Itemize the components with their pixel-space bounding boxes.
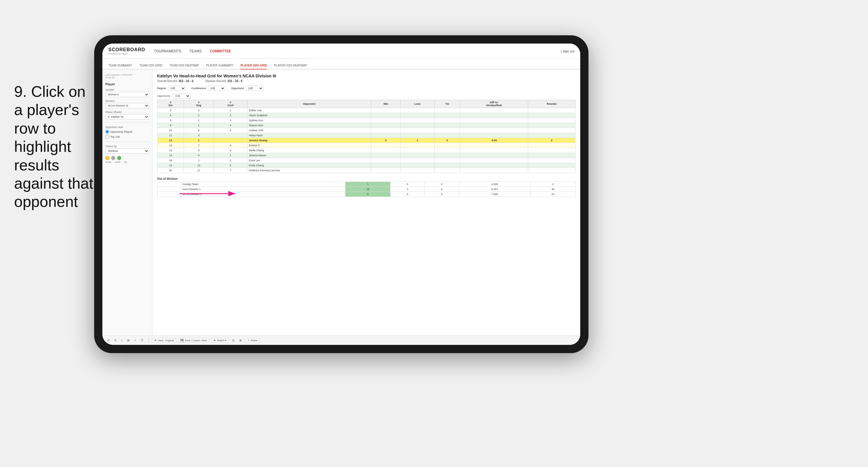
table-row[interactable]: 19106Emily Chang [157, 163, 576, 168]
sub-nav-team-summary[interactable]: TEAM SUMMARY [108, 62, 132, 69]
table-cell [435, 163, 460, 168]
table-cell [435, 113, 460, 118]
back-btn[interactable]: ⟨ [120, 338, 124, 343]
table-cell: Federica Domecq Lacroze [247, 168, 371, 173]
table-cell [460, 163, 528, 168]
table-cell: 15 [157, 148, 184, 153]
sidebar-radio-top100[interactable]: Top 100 [105, 135, 149, 138]
table-cell: 0 [391, 182, 425, 187]
logo: SCOREBOARD Powered by clippd [108, 47, 145, 55]
table-cell: Jessica Mason [247, 153, 371, 158]
table-cell [528, 123, 575, 128]
sidebar-division-select[interactable]: NCAA Division III [105, 103, 149, 108]
table-cell [460, 158, 528, 163]
sidebar-colour-by-label: Colour by [105, 145, 149, 148]
table-cell: 0 [435, 138, 460, 143]
watch-btn[interactable]: 👁 Watch ▾ [211, 338, 228, 343]
table-cell [460, 123, 528, 128]
nav-committee[interactable]: COMMITTEE [210, 48, 231, 55]
table-cell [400, 123, 435, 128]
table-cell [400, 128, 435, 133]
table-row[interactable]: 1585Stella Chang [157, 148, 576, 153]
layout-btn[interactable]: ⊞ [238, 338, 243, 343]
table-row[interactable]: 1822Euna Lee [157, 158, 576, 163]
table-cell [371, 113, 400, 118]
add-btn[interactable]: + [133, 338, 137, 343]
opponents-filter-select[interactable]: (All) [173, 93, 190, 99]
table-cell [460, 153, 528, 158]
table-row[interactable]: NAIA Division 115009.26730 [157, 187, 576, 192]
top-nav: SCOREBOARD Powered by clippd TOURNAMENTS… [102, 43, 580, 59]
out-of-division-table: Foreign Team1004.5002NAIA Division 11500… [157, 182, 576, 197]
region-select[interactable]: (All) [168, 86, 186, 91]
table-row[interactable]: 914Sharon Mun [157, 123, 576, 128]
table-row[interactable]: 351Esther Lee [157, 108, 576, 113]
time-btn[interactable]: ⏱ [140, 338, 145, 343]
zoom-btn[interactable]: ⊡ [231, 338, 236, 343]
table-cell: 6 [157, 118, 184, 123]
table-row[interactable]: NCAA Division 25007.40010 [157, 192, 576, 197]
table-cell: 1 [214, 153, 247, 158]
undo-btn[interactable]: ↺ [106, 338, 111, 343]
table-cell [400, 153, 435, 158]
share-btn[interactable]: ↗ Share [245, 338, 259, 343]
save-custom-view-btn[interactable]: 💾 Save Custom View [178, 338, 209, 343]
table-cell [528, 113, 575, 118]
table-row[interactable]: 113Haejo Hyun [157, 133, 576, 138]
watch-icon: 👁 [213, 339, 216, 342]
redo-btn[interactable]: ↻ [113, 338, 118, 343]
out-of-division: Out of division Foreign Team1004.5002NAI… [157, 177, 576, 197]
table-cell: 0 [425, 187, 459, 192]
sidebar-colour-by-select[interactable]: Win/loss [105, 148, 149, 154]
sidebar-gender-select[interactable]: Women's [105, 92, 149, 97]
sidebar-player-rank-select[interactable]: 8. Katelyn Vo [105, 114, 149, 120]
sub-nav-team-h2h-heatmap[interactable]: TEAM H2H HEATMAP [169, 62, 199, 69]
col-tie: Tie [435, 100, 460, 108]
table-cell: Foreign Team [181, 182, 345, 187]
sub-nav-team-h2h-grid[interactable]: TEAM H2H GRID [140, 62, 162, 69]
opponent-select[interactable]: (All) [246, 86, 264, 91]
sign-out-button[interactable]: | Sign out [561, 50, 575, 53]
table-cell: 5 [214, 148, 247, 153]
table-cell [371, 118, 400, 123]
view-original-btn[interactable]: 👁 View: Original [152, 338, 176, 343]
table-cell [528, 158, 575, 163]
table-cell [528, 118, 575, 123]
nav-teams[interactable]: TEAMS [189, 48, 202, 55]
table-row[interactable]: 20117Federica Domecq Lacroze [157, 168, 576, 173]
color-dots [105, 156, 149, 160]
table-cell: 2 [184, 158, 214, 163]
table-row[interactable]: 522Alexis Sudjianto [157, 113, 576, 118]
table-row[interactable]: 1474Eunice Yi [157, 143, 576, 148]
sidebar-radio-opponents-played[interactable]: Opponents Played [105, 130, 149, 133]
grid-title: Katelyn Vo Head-to-Head Grid for Women's… [157, 73, 576, 78]
table-cell [371, 128, 400, 133]
table-cell: 1 [345, 182, 391, 187]
table-cell [435, 153, 460, 158]
nav-tournaments[interactable]: TOURNAMENTS [154, 48, 181, 55]
table-row[interactable]: Foreign Team1004.5002 [157, 182, 576, 187]
table-cell [460, 143, 528, 148]
table-cell [157, 192, 181, 197]
table-cell: 19 [157, 163, 184, 168]
col-loss: Loss [400, 100, 435, 108]
table-row[interactable]: 613Sydney Kuo [157, 118, 576, 123]
table-cell: Sydney Kuo [247, 118, 371, 123]
sub-nav-player-h2h-heatmap[interactable]: PLAYER H2H HEATMAP [274, 62, 307, 69]
table-cell: Sharon Mun [247, 123, 371, 128]
sub-nav-player-summary[interactable]: PLAYER SUMMARY [206, 62, 233, 69]
table-cell: 10 [157, 128, 184, 133]
table-row[interactable]: 131Jessica Huang010-3.002 [157, 138, 576, 143]
table-row[interactable]: 1691Jessica Mason [157, 153, 576, 158]
table-cell [528, 133, 575, 138]
table-cell: 3 [214, 118, 247, 123]
conference-select[interactable]: (All) [208, 86, 225, 91]
col-diff: Diff AvStrokes/Rnd [460, 100, 528, 108]
table-cell: 7 [214, 168, 247, 173]
sub-nav-player-h2h-grid[interactable]: PLAYER H2H GRID [240, 62, 267, 69]
table-row[interactable]: 1063Andrea York [157, 128, 576, 133]
table-cell: Haejo Hyun [247, 133, 371, 138]
copy-btn[interactable]: ⊞ [126, 338, 131, 343]
table-cell: 9 [157, 123, 184, 128]
table-cell [371, 123, 400, 128]
